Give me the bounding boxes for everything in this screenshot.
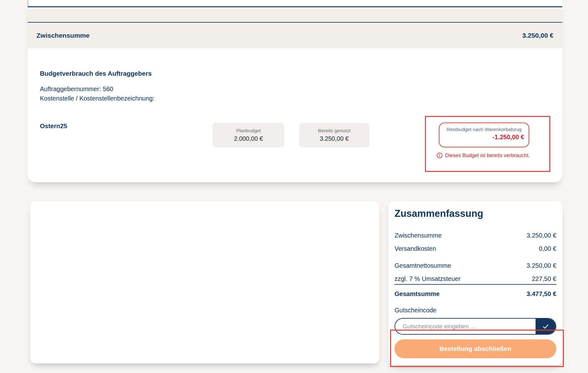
cart-table-bottom-strip: [28, 0, 562, 6]
checkout-main-card: [30, 201, 379, 364]
summary-row-label: zzgl. 7 % Umsatzsteuer: [395, 275, 460, 282]
summary-row-value: 3.250,00 €: [526, 232, 556, 239]
summary-total-row: Gesamtsumme 3.477,50 €: [395, 289, 556, 298]
plan-budget-box: Planbudget 2.000,00 €: [213, 123, 284, 147]
budget-warning-text: Dieses Budget ist bereits verbraucht.: [445, 152, 530, 158]
plan-budget-value: 2.000,00 €: [234, 135, 263, 142]
client-number-line: Auftraggebernummer: 560: [40, 84, 155, 94]
budget-client-info: Auftraggebernummer: 560 Kostenstelle / K…: [40, 84, 155, 103]
used-budget-label: Bereits genutzt: [318, 128, 350, 134]
used-budget-value: 3.250,00 €: [320, 135, 349, 142]
cart-subtotal-value: 3.250,00 €: [522, 32, 553, 39]
rest-budget-box: Restbudget nach Warenkorbabzug -1.250,00…: [439, 123, 529, 147]
cost-center-line: Kostenstelle / Kostenstellenbezeichnung:: [40, 94, 155, 103]
cart-subtotal-row: Zwischensumme 3.250,00 €: [36, 23, 553, 48]
summary-row-value: 3.250,00 €: [526, 262, 556, 269]
cart-footer-band: Zwischensumme 3.250,00 €: [28, 7, 562, 48]
summary-divider: [395, 284, 556, 285]
summary-total-value: 3.477,50 €: [526, 290, 556, 298]
cart-subtotal-label: Zwischensumme: [36, 32, 90, 39]
summary-row-shipping: Versandkosten 0,00 €: [395, 244, 556, 253]
plan-budget-label: Planbudget: [236, 128, 261, 134]
budget-warning: Dieses Budget ist bereits verbraucht.: [437, 152, 530, 158]
voucher-input[interactable]: [395, 319, 536, 334]
budget-section-heading: Budgetverbrauch des Auftraggebers: [40, 70, 152, 77]
checkout-page: Zwischensumme 3.250,00 € Budgetverbrauch…: [0, 0, 588, 373]
summary-row-vat: zzgl. 7 % Umsatzsteuer 227,50 €: [395, 274, 556, 283]
summary-title: Zusammenfassung: [395, 208, 483, 219]
complete-order-button[interactable]: Bestellung abschließen: [395, 339, 556, 358]
rest-budget-value: -1.250,00 €: [444, 134, 524, 141]
summary-row-net-total: Gesamtnettosumme 3.250,00 €: [395, 261, 556, 270]
cart-summary-card: Zwischensumme 3.250,00 € Budgetverbrauch…: [28, 0, 562, 182]
budget-name: Ostern25: [40, 123, 67, 130]
summary-row-value: 227,50 €: [532, 275, 556, 282]
voucher-submit-button[interactable]: [536, 319, 556, 334]
summary-row-label: Zwischensumme: [395, 232, 442, 239]
summary-row-label: Versandkosten: [395, 245, 436, 252]
order-summary-card: Zusammenfassung Zwischensumme 3.250,00 €…: [388, 201, 563, 365]
rest-budget-label: Restbudget nach Warenkorbabzug: [444, 127, 524, 132]
summary-row-value: 0,00 €: [539, 245, 556, 252]
summary-row-label: Gesamtnettosumme: [395, 262, 451, 269]
voucher-field-group: [395, 318, 556, 335]
info-circle-icon: [437, 152, 443, 158]
summary-row-subtotal: Zwischensumme 3.250,00 €: [395, 231, 556, 240]
used-budget-box: Bereits genutzt 3.250,00 €: [299, 123, 369, 147]
checkmark-icon: [541, 322, 550, 331]
summary-total-label: Gesamtsumme: [395, 290, 439, 298]
voucher-label: Gutscheincode: [395, 307, 436, 314]
